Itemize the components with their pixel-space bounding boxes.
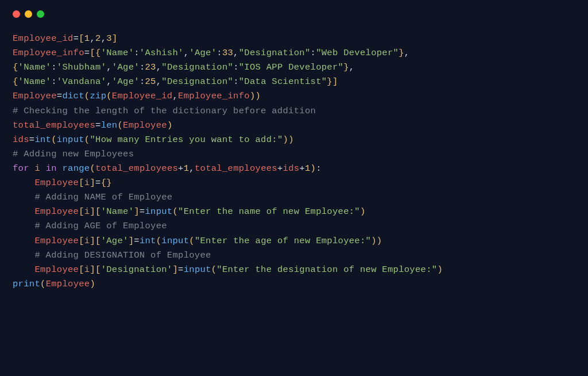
code-token: Employee xyxy=(34,264,79,275)
code-line: print(Employee) xyxy=(13,277,575,291)
code-token: ) xyxy=(90,279,95,289)
code-token: , xyxy=(106,62,112,72)
code-line: # Adding AGE of Employee xyxy=(13,219,575,233)
code-token: : xyxy=(233,76,239,87)
code-token: , xyxy=(404,48,410,58)
code-token: ][ xyxy=(90,264,100,275)
code-editor[interactable]: Employee_id=[1,2,3]Employee_info=[{'Name… xyxy=(0,21,588,304)
code-token: ( xyxy=(40,279,46,289)
code-token: # Adding AGE of Employee xyxy=(34,221,167,231)
code-token: Employee xyxy=(123,120,167,131)
code-token: : xyxy=(51,62,57,72)
code-line: Employee[i]['Designation']=input("Enter … xyxy=(13,263,575,277)
code-line: # Adding NAME of Employee xyxy=(13,190,575,205)
code-token: ( xyxy=(84,91,90,101)
code-token: + xyxy=(299,163,305,174)
code-token: "Enter the designation of new Employee:" xyxy=(216,264,437,275)
code-token: 3 xyxy=(106,33,112,44)
code-token: 'Name' xyxy=(101,206,134,217)
code-line: {'Name':'Shubham','Age':23,"Designation"… xyxy=(13,60,575,75)
code-token: Employee xyxy=(34,206,79,217)
code-token: Employee_info xyxy=(178,91,250,101)
code-token: ids xyxy=(13,135,29,145)
code-line: {'Name':'Vandana','Age':25,"Designation"… xyxy=(13,75,575,89)
code-token: Employee_id xyxy=(112,91,173,101)
code-token: in xyxy=(46,163,57,174)
code-token: 23 xyxy=(145,62,156,72)
code-token: = xyxy=(95,178,101,188)
code-token: : xyxy=(51,76,57,87)
maximize-icon[interactable] xyxy=(37,10,44,18)
code-token: , xyxy=(101,33,107,44)
code-token: ] xyxy=(129,236,134,246)
code-token xyxy=(57,163,63,174)
minimize-icon[interactable] xyxy=(25,10,32,18)
code-token: : xyxy=(311,48,316,58)
code-token: total_employees xyxy=(195,163,277,174)
code-token: )) xyxy=(250,91,261,101)
code-line: for i in range(total_employees+1,total_e… xyxy=(13,162,575,176)
code-token: ] xyxy=(134,206,140,217)
code-token: input xyxy=(145,206,172,217)
code-token: "Designation" xyxy=(161,76,233,87)
code-token: input xyxy=(161,236,189,246)
code-token: [ xyxy=(79,33,84,44)
code-token: "Designation" xyxy=(239,48,311,58)
code-token xyxy=(13,250,34,260)
code-token: [ xyxy=(79,236,84,246)
code-token xyxy=(13,236,34,246)
code-token: {} xyxy=(101,178,112,188)
code-token xyxy=(13,178,34,188)
code-line: Employee[i]={} xyxy=(13,176,575,190)
code-token: : xyxy=(233,62,239,72)
code-token: 'Designation' xyxy=(101,264,173,275)
code-token: ) xyxy=(167,120,173,131)
code-line: Employee=dict(zip(Employee_id,Employee_i… xyxy=(13,89,575,103)
code-token: Employee xyxy=(13,91,57,101)
code-token: total_employees xyxy=(13,120,95,131)
code-token: ] xyxy=(112,33,118,44)
code-token xyxy=(29,163,35,174)
code-token: int xyxy=(140,236,156,246)
code-line: Employee_id=[1,2,3] xyxy=(13,32,575,46)
code-token: ( xyxy=(172,206,178,217)
code-token: i xyxy=(84,206,90,217)
code-token: i xyxy=(34,163,40,174)
code-token: ( xyxy=(117,120,123,131)
code-token: Employee xyxy=(46,279,90,289)
code-token: ( xyxy=(189,236,195,246)
code-token: } xyxy=(399,48,404,58)
code-line: ids=int(input("How many Entries you want… xyxy=(13,133,575,147)
code-token: ) xyxy=(437,264,443,275)
code-token: # Checking the length of the dictionary … xyxy=(13,106,316,116)
code-token: # Adding DESIGNATION of Employee xyxy=(34,250,211,260)
code-token: "Web Developer" xyxy=(316,48,399,58)
code-token: i xyxy=(84,236,90,246)
code-token: { xyxy=(13,62,18,72)
code-token: , xyxy=(184,48,189,58)
code-token: ( xyxy=(90,163,95,174)
code-token: [ xyxy=(79,178,84,188)
code-line: Employee_info=[{'Name':'Ashish','Age':33… xyxy=(13,46,575,60)
code-token: : xyxy=(216,48,222,58)
close-icon[interactable] xyxy=(13,10,20,18)
code-token: + xyxy=(277,163,283,174)
code-token: "Data Scientist" xyxy=(239,76,327,87)
code-token: + xyxy=(178,163,184,174)
code-token: print xyxy=(13,279,40,289)
code-line: # Checking the length of the dictionary … xyxy=(13,104,575,118)
code-token: , xyxy=(156,76,162,87)
code-token: = xyxy=(74,33,79,44)
code-token: [ xyxy=(79,264,84,275)
code-token: = xyxy=(57,91,63,101)
code-token: 'Vandana' xyxy=(57,76,106,87)
code-line: # Adding new Employees xyxy=(13,147,575,162)
code-token: } xyxy=(343,62,349,72)
code-token: # Adding NAME of Employee xyxy=(34,192,172,202)
code-token: ( xyxy=(106,91,112,101)
code-token: # Adding new Employees xyxy=(13,149,134,159)
code-token: 1 xyxy=(184,163,189,174)
code-token: , xyxy=(172,91,178,101)
code-token: for xyxy=(13,163,29,174)
code-token: ] xyxy=(90,178,95,188)
